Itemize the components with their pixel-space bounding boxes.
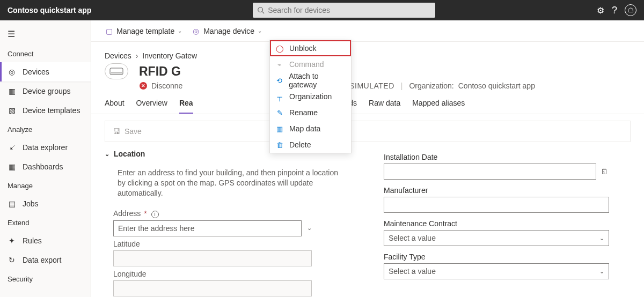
top-bar: Contoso quickstart app ⚙ ? ☖ bbox=[0, 0, 644, 20]
search-input[interactable] bbox=[268, 6, 431, 14]
hamburger-icon[interactable]: ☰ bbox=[0, 26, 91, 44]
form-area: ⌄ Location Enter an address to find your… bbox=[91, 142, 644, 297]
device-groups-icon: ▥ bbox=[8, 87, 16, 95]
sidebar-section-connect: Connect bbox=[0, 44, 91, 62]
sidebar-item-label: Dashboards bbox=[23, 162, 63, 171]
sidebar-item-data-explorer[interactable]: ⭹ Data explorer bbox=[0, 138, 91, 157]
calendar-icon[interactable]: 🗓 bbox=[601, 167, 609, 176]
sidebar-section-security: Security bbox=[0, 270, 91, 287]
jobs-icon: ▤ bbox=[8, 199, 16, 208]
rename-icon: ✎ bbox=[275, 109, 284, 117]
latitude-input[interactable] bbox=[113, 250, 312, 266]
required-indicator: * bbox=[144, 209, 147, 218]
chevron-down-icon[interactable]: ⌄ bbox=[307, 225, 312, 232]
org-label: Organization: bbox=[409, 81, 453, 90]
menu-item-map-data[interactable]: ▥ Map data bbox=[270, 121, 351, 137]
sidebar-item-devices[interactable]: ◎ Devices bbox=[0, 62, 91, 81]
breadcrumb-item[interactable]: Devices bbox=[105, 51, 131, 60]
sidebar-item-jobs[interactable]: ▤ Jobs bbox=[0, 194, 91, 213]
longitude-input[interactable] bbox=[113, 280, 312, 296]
dashboards-icon: ▦ bbox=[8, 162, 16, 171]
breadcrumb-separator: › bbox=[136, 51, 138, 60]
menu-label: Rename bbox=[289, 108, 318, 117]
menu-label: Unblock bbox=[289, 44, 317, 53]
breadcrumb-item[interactable]: Inventory Gatew bbox=[142, 51, 197, 60]
menu-label: Command bbox=[289, 60, 324, 69]
manage-device-button[interactable]: ◎ Manage device ⌄ bbox=[192, 27, 262, 35]
tab-overview[interactable]: Overview bbox=[136, 99, 167, 114]
sidebar-item-data-export[interactable]: ↻ Data export bbox=[0, 250, 91, 270]
tab-mapped-aliases[interactable]: Mapped aliases bbox=[412, 99, 465, 114]
manufacturer-label: Manufacturer bbox=[384, 186, 631, 195]
breadcrumb: Devices › Inventory Gatew bbox=[91, 42, 644, 60]
sidebar-section-analyze: Analyze bbox=[0, 120, 91, 138]
chevron-down-icon: ⌄ bbox=[599, 235, 604, 242]
menu-label: Delete bbox=[289, 140, 311, 149]
info-icon[interactable]: i bbox=[151, 211, 159, 218]
facility-select[interactable]: Select a value ⌄ bbox=[384, 263, 609, 279]
svg-line-1 bbox=[262, 12, 265, 14]
search-icon bbox=[257, 6, 265, 14]
installation-date-input[interactable] bbox=[384, 164, 596, 180]
chevron-down-icon: ⌄ bbox=[105, 151, 109, 158]
sidebar-item-device-groups[interactable]: ▥ Device groups bbox=[0, 81, 91, 101]
tab-rea[interactable]: Rea bbox=[179, 99, 193, 114]
unblock-icon: ◯ bbox=[275, 44, 284, 53]
chevron-down-icon: ⌄ bbox=[178, 28, 182, 34]
device-avatar-icon bbox=[105, 63, 128, 79]
address-label: Address * i bbox=[113, 209, 352, 218]
placeholder: Select a value bbox=[389, 234, 436, 242]
latitude-label: Latitude bbox=[113, 240, 352, 248]
sidebar-item-label: Rules bbox=[23, 236, 42, 245]
menu-item-attach-gateway[interactable]: ⟲ Attach to gateway bbox=[270, 72, 351, 88]
data-explorer-icon: ⭹ bbox=[8, 143, 16, 152]
tab-raw-data[interactable]: Raw data bbox=[369, 99, 400, 114]
sidebar-section-manage: Manage bbox=[0, 176, 91, 194]
menu-label: Map data bbox=[289, 124, 320, 133]
settings-icon[interactable]: ⚙ bbox=[597, 5, 604, 16]
menu-item-unblock[interactable]: ◯ Unblock bbox=[270, 40, 351, 56]
menu-item-delete[interactable]: 🗑 Delete bbox=[270, 137, 351, 153]
device-templates-icon: ▧ bbox=[8, 106, 16, 115]
installation-date-label: Installation Date bbox=[384, 153, 631, 161]
menu-item-organization[interactable]: ┬ Organization bbox=[270, 88, 351, 105]
sidebar-item-label: Data explorer bbox=[23, 143, 68, 152]
status-row: ✕ Disconne 7/2022, 1:08:57 PM | SIMULATE… bbox=[91, 79, 644, 90]
save-button[interactable]: Save bbox=[125, 127, 142, 136]
sidebar-item-device-templates[interactable]: ▧ Device templates bbox=[0, 101, 91, 120]
maintenance-label: Maintenance Contract bbox=[384, 219, 631, 228]
app-name: Contoso quickstart app bbox=[8, 6, 91, 14]
location-helper-text: Enter an address to find your building, … bbox=[113, 165, 352, 206]
manage-template-button[interactable]: ▢ Manage template ⌄ bbox=[105, 27, 182, 35]
simulated-badge: SIMULATED bbox=[349, 81, 394, 90]
tab-about[interactable]: About bbox=[105, 99, 125, 114]
organization-icon: ┬ bbox=[275, 93, 284, 101]
menu-item-rename[interactable]: ✎ Rename bbox=[270, 105, 351, 121]
manage-device-menu: ◯ Unblock ⌁ Command ⟲ Attach to gateway … bbox=[269, 40, 352, 153]
search-wrap bbox=[91, 3, 597, 18]
placeholder: Select a value bbox=[389, 267, 436, 276]
sidebar: ☰ Connect ◎ Devices ▥ Device groups ▧ De… bbox=[0, 20, 91, 297]
sidebar-item-dashboards[interactable]: ▦ Dashboards bbox=[0, 157, 91, 176]
form-col-right: Installation Date 🗓 Manufacturer Mainten… bbox=[384, 150, 631, 296]
search-box[interactable] bbox=[253, 3, 435, 18]
section-title: Location bbox=[114, 150, 145, 158]
map-data-icon: ▥ bbox=[275, 125, 284, 133]
org-value: Contoso quickstart app bbox=[458, 81, 535, 90]
status-disconnected-icon: ✕ bbox=[140, 82, 147, 90]
sidebar-item-rules[interactable]: ✦ Rules bbox=[0, 231, 91, 250]
help-icon[interactable]: ? bbox=[612, 5, 617, 16]
command-bar: ▢ Manage template ⌄ ◎ Manage device ⌄ bbox=[91, 20, 644, 42]
template-icon: ▢ bbox=[105, 27, 113, 35]
maintenance-select[interactable]: Select a value ⌄ bbox=[384, 230, 609, 246]
account-icon[interactable]: ☖ bbox=[625, 4, 636, 16]
form-col-left: ⌄ Location Enter an address to find your… bbox=[105, 150, 352, 296]
delete-icon: 🗑 bbox=[275, 141, 284, 149]
sidebar-item-label: Jobs bbox=[23, 199, 39, 208]
sidebar-item-label: Device templates bbox=[23, 106, 80, 115]
sidebar-section-extend: Extend bbox=[0, 213, 91, 231]
placeholder: Enter the address here bbox=[118, 224, 194, 233]
address-input[interactable]: Enter the address here bbox=[113, 220, 302, 236]
tabs: About Overview Rea Devices Commands Raw … bbox=[91, 90, 644, 114]
manufacturer-input[interactable] bbox=[384, 197, 609, 213]
